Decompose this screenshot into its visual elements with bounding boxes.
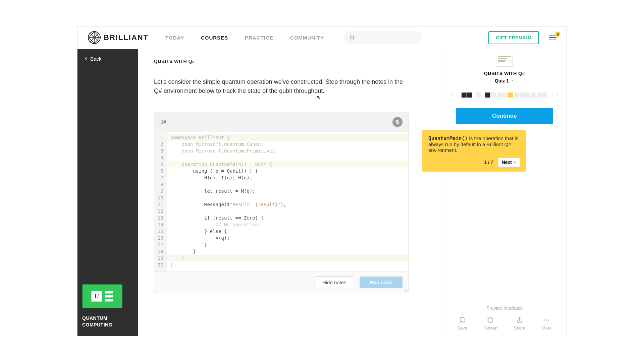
code-line[interactable]: X(q);: [167, 235, 409, 241]
tooltip-text: QuantumMain() is the operation that is a…: [428, 135, 518, 153]
svg-point-8: [548, 319, 549, 320]
main-area: QUBITS WITH Q# Let's consider the simple…: [138, 49, 567, 336]
save-action[interactable]: Save: [457, 317, 467, 330]
brand-logo[interactable]: BRILLIANT: [88, 31, 149, 44]
run-code-button[interactable]: Run code: [360, 277, 402, 288]
line-gutter: 1234567891011121314151617181920: [154, 132, 167, 272]
notification-badge: 9: [555, 32, 560, 37]
code-line[interactable]: namespace Brilliant {: [167, 134, 409, 141]
more-action[interactable]: More: [542, 317, 552, 330]
progress-block[interactable]: [531, 93, 536, 98]
code-footer: Hide notes Run code: [154, 272, 409, 293]
chevron-left-icon: [449, 92, 454, 97]
course-title: QUANTUM COMPUTING: [82, 315, 133, 328]
progress-block[interactable]: [520, 93, 525, 98]
code-line[interactable]: Message($"Result: {result}");: [167, 201, 409, 208]
svg-point-6: [544, 319, 545, 320]
code-line[interactable]: operation QuantumMain() : Unit {: [167, 161, 409, 168]
progress-block[interactable]: [508, 93, 513, 98]
progress-blocks: [457, 93, 552, 98]
left-sidebar: Back U QUANTUM COMPUTING: [77, 49, 138, 336]
chevron-right-icon: [513, 161, 517, 164]
code-header: Q#: [154, 112, 409, 132]
code-line[interactable]: using ( q = Qubit() ) {: [167, 168, 409, 174]
action-row: Save Restart Share More: [449, 317, 560, 330]
code-language-label: Q#: [160, 119, 166, 125]
code-lines: namespace Brilliant { open Microsoft.Qua…: [167, 132, 409, 272]
copy-icon: [395, 120, 400, 124]
progress-row: [449, 92, 560, 99]
code-line[interactable]: open Microsoft.Quantum.Primitive;: [167, 147, 409, 154]
code-line[interactable]: [167, 181, 409, 188]
code-line[interactable]: let result = M(q);: [167, 188, 409, 194]
brand-icon: [88, 31, 101, 44]
intro-text: Let's consider the simple quantum operat…: [154, 77, 409, 96]
share-action[interactable]: Share: [514, 317, 526, 330]
more-icon: [543, 317, 550, 323]
code-line[interactable]: if (result == Zero) {: [167, 215, 409, 221]
code-line[interactable]: [167, 194, 409, 201]
progress-block[interactable]: [497, 93, 502, 98]
course-thumbnail-image: U: [82, 284, 122, 308]
search-input[interactable]: [344, 31, 421, 44]
hamburger-menu[interactable]: 9: [549, 35, 556, 40]
lesson-title: QUBITS WITH Q#: [449, 71, 560, 76]
share-icon: [516, 317, 523, 323]
code-line[interactable]: }: [167, 241, 409, 248]
restart-action[interactable]: Restart: [483, 317, 497, 330]
lesson-content: QUBITS WITH Q# Let's consider the simple…: [138, 49, 442, 336]
progress-prev-button[interactable]: [449, 92, 454, 99]
resize-handle[interactable]: [404, 288, 407, 292]
progress-block[interactable]: [476, 93, 481, 98]
progress-block[interactable]: [525, 93, 530, 98]
progress-block[interactable]: [467, 93, 472, 98]
code-line[interactable]: }: [167, 261, 409, 268]
code-line[interactable]: // No operation.: [167, 221, 409, 228]
search-icon: [350, 35, 355, 40]
nav-today[interactable]: TODAY: [165, 35, 184, 41]
nav-courses[interactable]: COURSES: [201, 35, 228, 41]
continue-button[interactable]: Continue: [456, 108, 553, 124]
code-line[interactable]: }: [167, 248, 409, 255]
chevron-left-icon: [84, 56, 88, 61]
code-line[interactable]: H(q); T(q); H(q);: [167, 174, 409, 181]
progress-block[interactable]: [462, 93, 467, 98]
code-line[interactable]: [167, 154, 409, 161]
code-line[interactable]: [167, 208, 409, 215]
code-body[interactable]: 1234567891011121314151617181920 namespac…: [154, 132, 409, 272]
quiz-selector[interactable]: Quiz 1: [449, 78, 560, 83]
svg-line-2: [353, 39, 354, 40]
tooltip-code-token: QuantumMain(): [428, 135, 468, 141]
progress-block[interactable]: [537, 93, 542, 98]
course-thumbnail[interactable]: U: [82, 284, 133, 308]
walkthrough-tooltip: QuantumMain() is the operation that is a…: [422, 130, 526, 172]
caret-down-icon: [511, 79, 514, 82]
code-line[interactable]: open Microsoft.Quantum.Canon;: [167, 141, 409, 147]
progress-next-button[interactable]: [555, 92, 560, 99]
lesson-thumbnail[interactable]: [496, 55, 513, 67]
nav-practice[interactable]: PRACTICE: [245, 35, 273, 41]
top-bar: BRILLIANT TODAY COURSES PRACTICE COMMUNI…: [77, 26, 567, 49]
hide-notes-button[interactable]: Hide notes: [315, 277, 354, 288]
progress-block[interactable]: [491, 93, 496, 98]
app-frame: BRILLIANT TODAY COURSES PRACTICE COMMUNI…: [77, 26, 567, 336]
nav-community[interactable]: COMMUNITY: [290, 35, 324, 41]
progress-block[interactable]: [485, 93, 490, 98]
gift-premium-button[interactable]: GIFT PREMIUM: [488, 31, 539, 44]
back-button[interactable]: Back: [77, 49, 138, 68]
page-title: QUBITS WITH Q#: [154, 59, 426, 64]
back-label: Back: [90, 56, 101, 62]
provide-feedback-link[interactable]: Provide feedback: [449, 305, 560, 311]
code-editor: Q# 1234567891011121314151617181920 names…: [154, 112, 409, 293]
copy-code-button[interactable]: [392, 117, 402, 127]
progress-block[interactable]: [514, 93, 519, 98]
svg-point-7: [546, 319, 547, 320]
code-line[interactable]: } else {: [167, 228, 409, 235]
tooltip-next-button[interactable]: Next: [498, 158, 520, 167]
chevron-right-icon: [555, 92, 560, 97]
progress-block[interactable]: [502, 93, 507, 98]
progress-block[interactable]: [542, 93, 547, 98]
right-panel: QUBITS WITH Q# Quiz 1 Continue: [442, 49, 567, 336]
primary-nav: TODAY COURSES PRACTICE COMMUNITY: [165, 35, 324, 41]
code-line[interactable]: }: [167, 255, 409, 261]
